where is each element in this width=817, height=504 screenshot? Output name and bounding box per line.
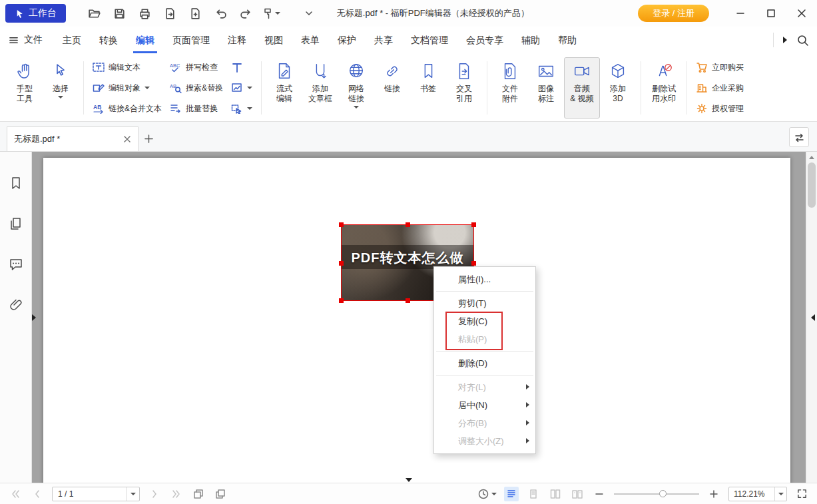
open-file-button[interactable]	[85, 4, 103, 23]
facing-pages-view-button[interactable]	[548, 487, 563, 501]
prev-page-button[interactable]	[30, 487, 45, 501]
search-button[interactable]	[796, 34, 809, 47]
sidebar-expand-handle[interactable]	[32, 314, 36, 321]
resize-handle-s[interactable]	[406, 298, 410, 303]
audio-video-button[interactable]: 音频 & 视频	[564, 57, 600, 119]
hand-tool-button[interactable]: 手型 工具	[7, 57, 43, 119]
resize-handle-e[interactable]	[471, 261, 476, 266]
add-3d-button[interactable]: 添加 3D	[600, 57, 636, 119]
insert-shape-button[interactable]	[231, 100, 252, 117]
minimize-button[interactable]	[725, 0, 756, 27]
first-page-button[interactable]	[8, 487, 23, 501]
zoom-dropdown[interactable]	[774, 487, 786, 501]
tab-view[interactable]: 视图	[264, 27, 283, 53]
workbench-button[interactable]: 工作台	[5, 4, 66, 23]
auto-scroll-button[interactable]	[477, 488, 497, 500]
file-attachment-button[interactable]: 文件 附件	[492, 57, 528, 119]
bottom-collapse-handle[interactable]	[406, 478, 412, 482]
resize-handle-w[interactable]	[339, 261, 344, 266]
redo-button[interactable]	[236, 4, 255, 23]
image-annotation-button[interactable]: 图像 标注	[528, 57, 564, 119]
next-page-button[interactable]	[147, 487, 162, 501]
batch-replace-button[interactable]: 批量替换	[170, 100, 223, 117]
page-number-select[interactable]: 1 / 1	[52, 487, 140, 501]
pdf-page[interactable]	[43, 158, 790, 483]
prev-view-button[interactable]	[191, 487, 206, 501]
web-links-button[interactable]: 网络 链接	[338, 57, 374, 119]
export-pdf-button[interactable]	[160, 4, 179, 23]
document-tab[interactable]: 无标题.pdf *	[7, 126, 138, 151]
tab-home[interactable]: 主页	[63, 27, 81, 53]
scroll-up-button[interactable]	[806, 153, 817, 161]
edit-text-button[interactable]: 编辑文本	[93, 59, 162, 76]
ctx-center[interactable]: 居中(N)	[434, 396, 535, 414]
right-panel-handle[interactable]	[811, 314, 815, 321]
insert-chart-button[interactable]	[231, 79, 252, 97]
edit-object-button[interactable]: 编辑对象	[93, 79, 162, 97]
tab-doc-manage[interactable]: 文档管理	[411, 27, 448, 53]
add-article-box-button[interactable]: 添加 文章框	[302, 57, 338, 119]
buy-now-button[interactable]: 立即购买	[696, 59, 744, 76]
reading-mode-button[interactable]	[504, 487, 519, 501]
tab-close-icon[interactable]	[123, 135, 131, 143]
link-merge-text-button[interactable]: AB 链接&合并文本	[93, 100, 162, 117]
attachments-panel-button[interactable]	[6, 295, 26, 315]
fullscreen-button[interactable]	[794, 487, 809, 501]
spell-check-button[interactable]: ABC 拼写检查	[170, 59, 223, 76]
enterprise-purchase-button[interactable]: 企业采购	[696, 79, 744, 97]
print-button[interactable]	[135, 4, 154, 23]
login-button[interactable]: 登录 / 注册	[638, 5, 709, 22]
format-painter-button[interactable]	[262, 4, 280, 23]
pages-panel-button[interactable]	[6, 214, 26, 234]
ctx-copy[interactable]: 复制(C)	[434, 312, 535, 330]
ctx-properties[interactable]: 属性(I)...	[434, 270, 535, 288]
zoom-in-button[interactable]	[706, 487, 721, 501]
document-viewport[interactable]	[32, 152, 806, 483]
flow-edit-button[interactable]: 流式 编辑	[266, 57, 302, 119]
tab-list-button[interactable]	[789, 127, 809, 147]
license-manage-button[interactable]: 授权管理	[696, 100, 744, 117]
insert-page-button[interactable]	[186, 4, 204, 23]
tab-edit[interactable]: 编辑	[136, 27, 154, 53]
next-view-button[interactable]	[213, 487, 228, 501]
zoom-level-select[interactable]: 112.21%	[728, 487, 787, 501]
resize-handle-nw[interactable]	[339, 222, 344, 227]
scrollbar-thumb[interactable]	[808, 162, 816, 208]
tab-convert[interactable]: 转换	[99, 27, 118, 53]
book-view-button[interactable]	[570, 487, 585, 501]
collapse-toolbar-button[interactable]	[303, 7, 315, 19]
resize-handle-sw[interactable]	[339, 298, 344, 303]
cross-reference-button[interactable]: 交叉 引用	[446, 57, 482, 119]
zoom-out-button[interactable]	[592, 487, 607, 501]
bookmark-button[interactable]: 书签	[410, 57, 446, 119]
tab-comment[interactable]: 注释	[228, 27, 246, 53]
ctx-delete[interactable]: 删除(D)	[434, 354, 535, 372]
search-replace-button[interactable]: AB 搜索&替换	[170, 79, 223, 97]
zoom-slider-thumb[interactable]	[659, 490, 667, 497]
tab-share[interactable]: 共享	[374, 27, 393, 53]
save-button[interactable]	[110, 4, 129, 23]
undo-button[interactable]	[211, 4, 230, 23]
link-button[interactable]: 链接	[374, 57, 410, 119]
maximize-button[interactable]	[756, 0, 786, 27]
file-menu-button[interactable]: 文件	[8, 34, 43, 46]
add-text-button[interactable]	[231, 59, 252, 76]
tab-assist[interactable]: 辅助	[521, 27, 540, 53]
remove-watermark-button[interactable]: 删除试 用水印	[646, 57, 682, 119]
tab-protect[interactable]: 保护	[338, 27, 356, 53]
tab-page-manage[interactable]: 页面管理	[172, 27, 210, 53]
expand-panel-icon[interactable]	[783, 37, 787, 43]
select-tool-button[interactable]: 选择	[43, 57, 79, 119]
close-button[interactable]	[786, 0, 817, 27]
tab-member[interactable]: 会员专享	[466, 27, 503, 53]
bookmarks-panel-button[interactable]	[6, 173, 26, 193]
zoom-slider[interactable]	[614, 489, 699, 499]
new-tab-button[interactable]	[138, 126, 158, 151]
tab-form[interactable]: 表单	[301, 27, 320, 53]
tab-help[interactable]: 帮助	[558, 27, 577, 53]
resize-handle-ne[interactable]	[471, 222, 476, 227]
comments-panel-button[interactable]	[6, 254, 26, 274]
resize-handle-n[interactable]	[406, 222, 410, 227]
ctx-cut[interactable]: 剪切(T)	[434, 294, 535, 312]
page-dropdown[interactable]	[126, 487, 139, 501]
